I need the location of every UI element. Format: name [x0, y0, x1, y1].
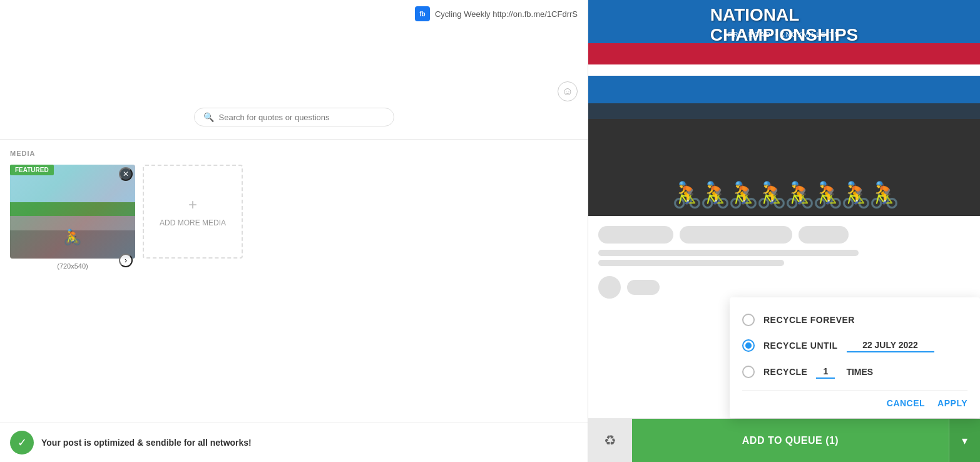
- option-recycle-forever[interactable]: RECYCLE FOREVER: [742, 307, 967, 332]
- skeleton-row-1: [598, 226, 970, 244]
- banner-title: NATIONALCHAMPIONSHIPS: [710, 5, 858, 45]
- main-container: fb Cycling Weekly http://on.fb.me/1CFdrr…: [0, 0, 980, 462]
- recycle-icon-button[interactable]: ♻: [588, 419, 632, 463]
- option-recycle-times[interactable]: RECYCLE TIMES: [742, 359, 967, 385]
- action-bar: ♻ ADD TO QUEUE (1) ▾: [588, 418, 980, 462]
- forever-label: RECYCLE FOREVER: [763, 315, 855, 325]
- top-content: fb Cycling Weekly http://on.fb.me/1CFdrr…: [0, 0, 588, 140]
- until-date-input[interactable]: [847, 339, 934, 352]
- championships-banner: NATIONALCHAMPIONSHIPS PRO ROAD · KNOXVIL…: [588, 0, 980, 216]
- media-section: MEDIA FEATURED ✕ › (720x540) +: [0, 140, 588, 423]
- emoji-area: ☺: [10, 26, 578, 108]
- emoji-button[interactable]: ☺: [558, 81, 578, 101]
- banner-subtitle: PRO ROAD · KNOXVILLE TN: [728, 31, 840, 38]
- apply-button[interactable]: APPLY: [937, 398, 967, 408]
- skeleton-bar-2: [680, 226, 792, 244]
- add-to-queue-button[interactable]: ADD TO QUEUE (1): [632, 419, 949, 462]
- cancel-button[interactable]: CANCEL: [887, 398, 925, 408]
- left-panel: fb Cycling Weekly http://on.fb.me/1CFdrr…: [0, 0, 588, 462]
- radio-times[interactable]: [742, 366, 755, 378]
- social-source-row: fb Cycling Weekly http://on.fb.me/1CFdrr…: [10, 6, 578, 21]
- radio-until[interactable]: [742, 339, 755, 352]
- radio-forever[interactable]: [742, 314, 755, 326]
- chevron-down-icon: ▾: [962, 434, 967, 448]
- thumbnail-edit-button[interactable]: ›: [119, 254, 133, 267]
- plus-icon: +: [188, 196, 197, 213]
- recycle-icon: ♻: [604, 433, 616, 449]
- emoji-icon: ☺: [562, 85, 573, 98]
- preview-image: NATIONALCHAMPIONSHIPS PRO ROAD · KNOXVIL…: [588, 0, 980, 216]
- add-media-label: ADD MORE MEDIA: [160, 218, 226, 227]
- times-label: RECYCLE: [763, 367, 807, 377]
- toggle-circle: [598, 276, 621, 299]
- skeleton-lines: [598, 250, 970, 270]
- right-panel: NATIONALCHAMPIONSHIPS PRO ROAD · KNOXVIL…: [588, 0, 980, 462]
- featured-badge: FEATURED: [10, 165, 54, 175]
- search-input[interactable]: [219, 113, 385, 122]
- cyclists-group: 🚴🚴🚴🚴🚴🚴🚴🚴: [588, 103, 980, 216]
- bottom-bar: ✓ Your post is optimized & sendible for …: [0, 423, 588, 462]
- dropdown-footer: CANCEL APPLY: [742, 390, 967, 408]
- skeleton-bar-1: [598, 226, 673, 244]
- skeleton-bar-3: [799, 226, 849, 244]
- edit-icon: ›: [125, 256, 127, 265]
- success-icon: ✓: [10, 431, 34, 454]
- toggle-pill: [627, 280, 660, 295]
- media-label: MEDIA: [10, 150, 578, 157]
- facebook-icon: fb: [415, 6, 430, 21]
- times-suffix: TIMES: [846, 367, 873, 377]
- social-source-text: Cycling Weekly http://on.fb.me/1CFdrrS: [435, 9, 578, 19]
- thumbnail-image: [10, 165, 135, 259]
- until-label: RECYCLE UNTIL: [763, 341, 838, 351]
- queue-dropdown-button[interactable]: ▾: [949, 419, 980, 463]
- search-bar: 🔍: [194, 108, 394, 126]
- media-grid: FEATURED ✕ › (720x540) + ADD MORE MEDIA: [10, 165, 578, 270]
- option-recycle-until[interactable]: RECYCLE UNTIL: [742, 332, 967, 359]
- toggle-row: [598, 276, 970, 299]
- media-thumbnail: FEATURED ✕ › (720x540): [10, 165, 135, 270]
- skeleton-line-1: [598, 250, 859, 256]
- recycle-dropdown: RECYCLE FOREVER RECYCLE UNTIL RECYCLE TI…: [730, 297, 980, 418]
- close-icon: ✕: [123, 170, 129, 178]
- search-icon: 🔍: [203, 112, 214, 122]
- thumbnail-size: (720x540): [10, 262, 135, 270]
- add-media-button[interactable]: + ADD MORE MEDIA: [143, 165, 243, 259]
- check-icon: ✓: [18, 436, 27, 449]
- times-value-input[interactable]: [816, 365, 835, 379]
- success-text: Your post is optimized & sendible for al…: [41, 438, 252, 448]
- cyclists-icon: 🚴🚴🚴🚴🚴🚴🚴🚴: [671, 180, 897, 216]
- skeleton-line-2: [598, 260, 784, 266]
- thumbnail-close-button[interactable]: ✕: [119, 167, 133, 181]
